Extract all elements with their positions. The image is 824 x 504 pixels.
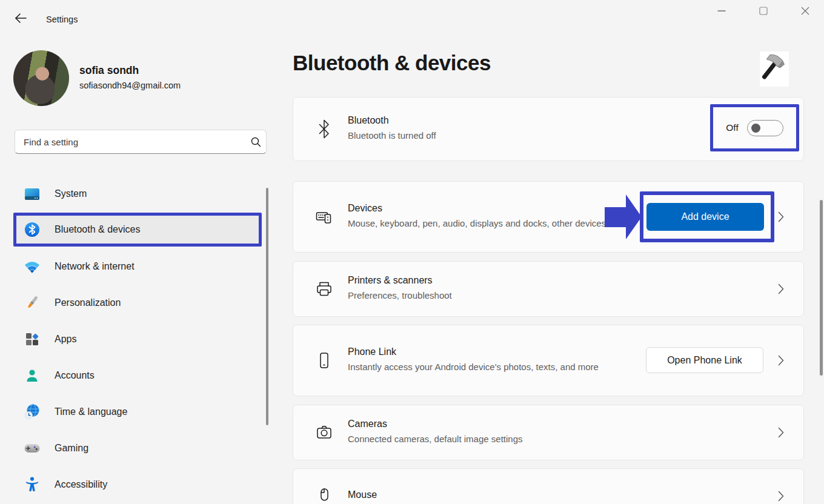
add-device-button[interactable]: Add device: [646, 203, 764, 231]
hammer-icon: [760, 51, 789, 87]
mouse-icon: [315, 487, 333, 504]
cameras-row[interactable]: Cameras Connected cameras, default image…: [293, 405, 804, 460]
mouse-row[interactable]: Mouse: [293, 468, 804, 504]
search-input[interactable]: [15, 137, 245, 147]
bluetooth-toggle[interactable]: [747, 120, 783, 136]
phone-link-row-subtitle: Instantly access your Android device's p…: [348, 360, 611, 374]
chevron-right-icon: [778, 284, 784, 294]
sidebar-item-network-internet[interactable]: Network & internet: [15, 251, 261, 282]
cameras-row-title: Cameras: [348, 419, 778, 429]
open-phone-link-button[interactable]: Open Phone Link: [646, 347, 763, 373]
sidebar-item-label: System: [55, 188, 87, 199]
settings-window: Settings sofia sondh sofiasondh94@gmail.…: [0, 0, 824, 504]
time-language-icon: [24, 404, 40, 420]
bluetooth-toggle-label: Off: [726, 122, 738, 133]
network-icon: [24, 259, 40, 274]
bluetooth-toggle-group: Off: [710, 104, 799, 151]
sidebar-item-label: Accounts: [55, 370, 95, 381]
bluetooth-rune-icon: [315, 120, 333, 138]
main-scrollbar[interactable]: [820, 200, 823, 376]
sidebar-item-label: Gaming: [55, 443, 88, 454]
chevron-right-icon: [778, 427, 784, 438]
back-arrow-icon: [13, 11, 28, 28]
chevron-right-icon: [778, 211, 784, 222]
printers-row-title: Printers & scanners: [348, 275, 778, 286]
sidebar-item-apps[interactable]: Apps: [15, 323, 261, 355]
mouse-row-title: Mouse: [348, 489, 778, 500]
sidebar-item-gaming[interactable]: Gaming: [15, 433, 261, 464]
search-icon: [245, 136, 266, 147]
devices-icon: [315, 208, 333, 226]
camera-icon: [315, 423, 333, 442]
apps-icon: [24, 331, 40, 347]
maximize-icon: [759, 7, 768, 18]
printer-icon: [315, 280, 333, 298]
cameras-row-subtitle: Connected cameras, default image setting…: [348, 433, 778, 446]
close-icon: [801, 7, 809, 18]
printers-row-subtitle: Preferences, troubleshoot: [348, 289, 778, 303]
toggle-knob: [751, 124, 760, 133]
accounts-icon: [24, 368, 40, 383]
sidebar-item-label: Bluetooth & devices: [55, 224, 140, 235]
sidebar-item-label: Apps: [55, 334, 76, 345]
sidebar-item-system[interactable]: System: [15, 178, 261, 210]
chevron-right-icon: [778, 491, 784, 502]
avatar: [13, 50, 69, 106]
search-box: [15, 130, 267, 154]
sidebar-item-label: Time & language: [55, 406, 127, 417]
maximize-button[interactable]: [749, 1, 777, 23]
window-title: Settings: [46, 15, 78, 24]
personalization-icon: [24, 295, 40, 311]
profile-name: sofia sondh: [79, 64, 139, 77]
gaming-icon: [24, 440, 40, 456]
minimize-button[interactable]: [708, 1, 736, 23]
chevron-right-icon: [778, 355, 784, 366]
minimize-icon: [717, 7, 726, 18]
sidebar-item-label: Accessibility: [55, 479, 107, 490]
back-button[interactable]: [11, 10, 30, 28]
sidebar-item-bluetooth-devices[interactable]: Bluetooth & devices: [15, 214, 261, 245]
sidebar-item-label: Network & internet: [55, 261, 135, 272]
profile-email: sofiasondh94@gmail.com: [79, 81, 181, 90]
page-title: Bluetooth & devices: [293, 51, 491, 75]
sidebar-item-time-language[interactable]: Time & language: [15, 396, 261, 428]
sidebar-item-label: Personalization: [55, 297, 121, 308]
printers-scanners-row[interactable]: Printers & scanners Preferences, trouble…: [293, 261, 804, 317]
devices-row-subtitle: Mouse, keyboard, pen, audio, displays an…: [348, 217, 611, 231]
sidebar-item-accounts[interactable]: Accounts: [15, 360, 261, 391]
bluetooth-icon: [24, 222, 40, 237]
phone-icon: [315, 351, 333, 370]
sidebar-item-accessibility[interactable]: Accessibility: [15, 469, 261, 500]
sidebar-scrollbar[interactable]: [266, 188, 268, 425]
accessibility-icon: [24, 477, 40, 492]
system-icon: [24, 186, 40, 202]
close-button[interactable]: [791, 1, 819, 23]
sidebar-item-personalization[interactable]: Personalization: [15, 287, 261, 319]
